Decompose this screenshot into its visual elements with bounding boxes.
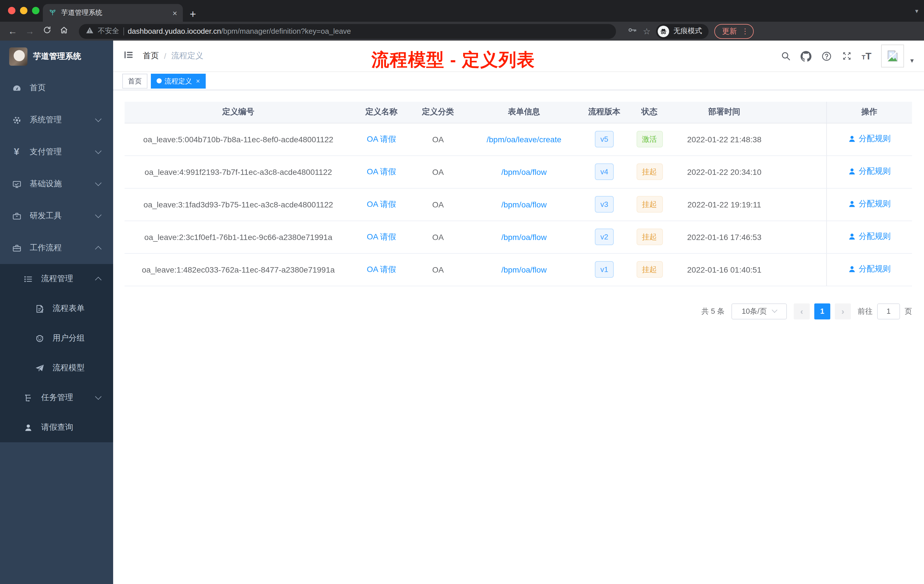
definition-id: oa_leave:4:991f2193-7b7f-11ec-a3c8-acde4… [125,155,352,188]
tag-close-icon[interactable]: × [196,74,200,88]
browser-update-button[interactable]: 更新 ⋮ [714,24,754,39]
page-unit-label: 页 [904,306,912,316]
assign-rule-link[interactable]: 分配规则 [848,166,891,177]
sidebar-item-devtools[interactable]: 研发工具 [0,200,113,232]
page-content: 定义编号 定义名称 定义分类 表单信息 流程版本 状态 部署时间 操作 [113,90,924,584]
status-badge: 挂起 [636,229,663,245]
sidebar-item-process-form[interactable]: 流程表单 [0,294,113,323]
sidebar-item-process-mgmt[interactable]: 流程管理 [0,264,113,294]
sidebar-item-process-model[interactable]: 流程模型 [0,353,113,383]
security-warning-icon[interactable] [86,26,94,36]
form-link[interactable]: /bpm/oa/leave/create [487,135,561,144]
url-text[interactable]: dashboard.yudao.iocoder.cn/bpm/manager/d… [128,27,351,35]
definition-id: oa_leave:1:482ec033-762a-11ec-8477-a2380… [125,253,352,286]
divider [123,27,124,35]
bookmark-star-icon[interactable]: ☆ [643,26,650,36]
browser-menu-kebab-icon[interactable]: ⋮ [741,27,749,35]
assign-rule-link[interactable]: 分配规则 [848,231,891,242]
table-header-row: 定义编号 定义名称 定义分类 表单信息 流程版本 状态 部署时间 操作 [125,102,912,123]
github-icon[interactable] [800,51,812,61]
tags-view-bar: 首页 流程定义 × [113,72,924,90]
browser-tab[interactable]: 芋道管理系统 × [43,4,183,22]
robot-icon [34,333,45,343]
form-link[interactable]: /bpm/oa/flow [502,232,547,241]
deploy-time: 2022-01-22 20:34:10 [673,155,776,188]
sidebar: 芋道管理系统 首页 系统管理 ¥ 支付管理 [0,41,113,584]
deploy-time: 2022-01-16 01:40:51 [673,253,776,286]
avatar[interactable] [881,45,904,68]
chevron-down-icon [772,307,777,313]
sidebar-item-task-mgmt[interactable]: 任务管理 [0,383,113,412]
definition-name-link[interactable]: OA 请假 [367,232,396,241]
search-icon[interactable] [780,51,791,61]
incognito-badge[interactable]: 无痕模式 [656,24,709,39]
definition-id: oa_leave:2:3c1f0ef1-76b1-11ec-9c66-a2380… [125,221,352,253]
definition-name-link[interactable]: OA 请假 [367,264,396,274]
close-window-button[interactable] [8,7,15,14]
goto-label: 前往 [858,306,873,316]
sidebar-item-system[interactable]: 系统管理 [0,104,113,136]
definition-name-link[interactable]: OA 请假 [367,199,396,208]
chevron-down-icon [95,212,102,218]
form-link[interactable]: /bpm/oa/flow [502,167,547,176]
status-badge: 挂起 [636,163,663,180]
password-key-icon[interactable] [627,25,637,37]
breadcrumb-home[interactable]: 首页 [143,51,159,61]
sidebar-item-home[interactable]: 首页 [0,72,113,104]
sidebar-item-workflow[interactable]: 工作流程 [0,232,113,264]
assign-rule-link[interactable]: 分配规则 [848,199,891,209]
col-deploy-time: 部署时间 [673,102,776,123]
form-icon [34,304,45,314]
current-page-button[interactable]: 1 [814,303,830,319]
chevron-up-icon [95,246,102,252]
toolbox-icon [12,211,22,221]
status-badge: 挂起 [636,196,663,213]
version-badge: v4 [594,163,614,180]
dashboard-icon [12,83,22,93]
sidebar-toggle-hamburger-icon[interactable] [124,50,134,62]
zoom-window-button[interactable] [32,7,40,14]
forward-button[interactable]: → [23,26,36,36]
sidebar-logo[interactable]: 芋道管理系统 [0,41,113,72]
sidebar-item-infra[interactable]: 基础设施 [0,168,113,200]
page-size-select[interactable]: 10条/页 [731,303,787,319]
tab-close-icon[interactable]: × [173,8,177,17]
minimize-window-button[interactable] [20,7,27,14]
help-question-icon[interactable] [821,51,832,61]
browser-tabstrip: 芋道管理系统 × + ▾ [0,0,924,22]
avatar-caret-icon[interactable]: ▾ [910,56,914,64]
security-label[interactable]: 不安全 [98,26,119,36]
sidebar-item-user-group[interactable]: 用户分组 [0,323,113,353]
goto-page-input[interactable] [877,303,900,319]
navbar-actions: TT ▾ [780,45,914,68]
window-controls[interactable] [8,7,40,14]
table-row: oa_leave:5:004b710b-7b8a-11ec-8ef0-acde4… [125,123,912,155]
sidebar-item-leave-query[interactable]: 请假查询 [0,412,113,442]
home-button[interactable] [57,25,71,37]
red-annotation-title: 流程模型 - 定义列表 [371,48,535,72]
app-title: 芋道管理系统 [33,51,81,61]
assign-rule-link[interactable]: 分配规则 [848,264,891,274]
address-bar[interactable]: 不安全 dashboard.yudao.iocoder.cn/bpm/manag… [79,24,616,39]
tree-icon [23,393,33,403]
status-badge: 挂起 [636,261,663,278]
prev-page-button[interactable]: ‹ [794,303,810,319]
tag-home[interactable]: 首页 [122,73,147,88]
form-link[interactable]: /bpm/oa/flow [502,265,547,274]
form-link[interactable]: /bpm/oa/flow [502,200,547,209]
assign-rule-link[interactable]: 分配规则 [848,134,891,144]
reload-button[interactable] [40,26,54,36]
definition-name-link[interactable]: OA 请假 [367,167,396,176]
tab-search-caret-icon[interactable]: ▾ [915,7,918,15]
definition-category: OA [411,155,465,188]
chevron-down-icon [95,116,102,122]
fullscreen-icon[interactable] [842,51,852,61]
toolbar-right: ☆ 无痕模式 更新 ⋮ [627,24,754,39]
new-tab-button[interactable]: + [190,8,196,20]
font-size-icon[interactable]: TT [862,51,871,61]
tag-process-definition[interactable]: 流程定义 × [151,73,206,88]
next-page-button[interactable]: › [835,303,851,319]
definition-name-link[interactable]: OA 请假 [367,134,396,143]
back-button[interactable]: ← [6,26,20,36]
sidebar-item-pay[interactable]: ¥ 支付管理 [0,136,113,168]
